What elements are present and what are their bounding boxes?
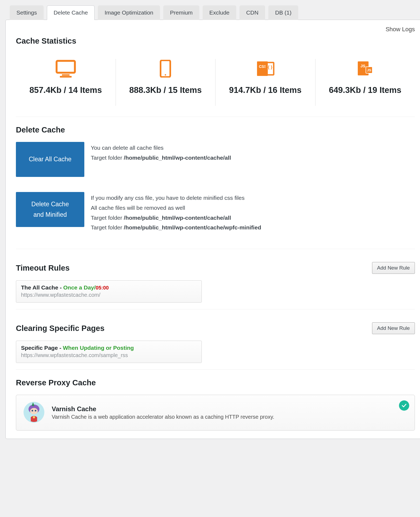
varnish-desc: Varnish Cache is a web application accel… — [52, 414, 274, 420]
clear-all-target-label: Target folder — [91, 155, 124, 161]
add-timeout-rule-button[interactable]: Add New Rule — [372, 262, 415, 274]
varnish-cache-item[interactable]: Varnish Cache Varnish Cache is a web app… — [16, 395, 415, 431]
check-icon — [399, 400, 409, 411]
clear-all-target-path: /home/public_html/wp-content/cache/all — [124, 155, 231, 161]
delete-minified-desc: If you modify any css file, you have to … — [91, 192, 261, 233]
desktop-icon — [20, 59, 111, 78]
tab-image-optimization[interactable]: Image Optimization — [98, 5, 160, 20]
delete-minified-line2: All cache files will be removed as well — [91, 203, 261, 213]
delete-minified-target-label-1: Target folder — [91, 215, 124, 221]
clearing-rule-frequency: When Updating or Posting — [63, 345, 134, 351]
stat-css: CSS { } 914.7Kb / 16 Items — [216, 59, 315, 106]
delete-minified-label-1: Delete Cache — [31, 199, 69, 209]
tab-settings[interactable]: Settings — [10, 5, 44, 20]
clearing-rule-item[interactable]: Specific Page - When Updating or Posting… — [16, 341, 202, 363]
svg-text:{ }: { } — [268, 65, 272, 69]
mobile-icon — [120, 59, 211, 78]
tab-cdn[interactable]: CDN — [239, 5, 265, 20]
stat-mobile-value: 888.3Kb / 15 Items — [120, 85, 211, 95]
svg-rect-2 — [60, 76, 72, 78]
svg-point-16 — [32, 410, 33, 411]
svg-point-15 — [30, 408, 38, 414]
svg-point-17 — [35, 410, 36, 411]
delete-minified-label-2: and Minified — [33, 209, 67, 220]
clear-all-cache-label: Clear All Cache — [29, 154, 72, 165]
tab-exclude[interactable]: Exclude — [203, 5, 236, 20]
clear-all-cache-button[interactable]: Clear All Cache — [16, 142, 84, 177]
stat-desktop: 857.4Kb / 14 Items — [16, 59, 116, 106]
varnish-name: Varnish Cache — [52, 405, 274, 413]
clearing-rule-name: Specific Page - — [21, 345, 63, 351]
delete-minified-target-path-2: /home/public_html/wp-content/cache/wpfc-… — [124, 224, 261, 230]
tab-panel: Show Logs Cache Statistics 857.4Kb / 14 … — [5, 20, 420, 439]
delete-minified-target-path-1: /home/public_html/wp-content/cache/all — [124, 215, 231, 221]
svg-text:CSS: CSS — [259, 64, 267, 69]
timeout-rule-frequency: Once a Day — [63, 284, 94, 291]
tab-delete-cache[interactable]: Delete Cache — [47, 5, 95, 20]
clear-all-desc: You can delete all cache files Target fo… — [91, 142, 231, 163]
delete-cache-minified-button[interactable]: Delete Cache and Minified — [16, 192, 84, 227]
css-icon: CSS { } — [220, 59, 311, 78]
stat-css-value: 914.7Kb / 16 Items — [220, 85, 311, 95]
section-timeout-rules: Timeout Rules — [16, 264, 70, 273]
stat-mobile: 888.3Kb / 15 Items — [116, 59, 216, 106]
add-clearing-rule-button[interactable]: Add New Rule — [372, 322, 415, 334]
clearing-rule-url: https://www.wpfastestcache.com/sample_rs… — [21, 352, 197, 358]
timeout-rule-url: https://www.wpfastestcache.com/ — [21, 292, 197, 298]
js-icon: JS JS — [320, 59, 411, 78]
svg-text:JS: JS — [360, 64, 365, 68]
tab-db[interactable]: DB (1) — [268, 5, 298, 20]
delete-minified-line1: If you modify any css file, you have to … — [91, 193, 261, 203]
varnish-mascot-icon — [23, 401, 45, 424]
section-cache-statistics: Cache Statistics — [16, 37, 415, 46]
svg-point-4 — [165, 74, 166, 76]
timeout-rule-name: The All Cache - — [21, 284, 63, 291]
timeout-rule-item[interactable]: The All Cache - Once a Day/05:00 https:/… — [16, 280, 202, 303]
section-reverse-proxy: Reverse Proxy Cache — [16, 378, 415, 387]
svg-rect-0 — [57, 61, 75, 73]
stat-js-value: 649.3Kb / 19 Items — [320, 85, 411, 95]
svg-text:JS: JS — [367, 68, 371, 72]
show-logs-link[interactable]: Show Logs — [386, 26, 415, 33]
timeout-rule-time: 05:00 — [96, 285, 109, 291]
tab-premium[interactable]: Premium — [163, 5, 199, 20]
svg-rect-1 — [62, 74, 70, 76]
delete-minified-target-label-2: Target folder — [91, 224, 124, 230]
stat-js: JS JS 649.3Kb / 19 Items — [315, 59, 415, 106]
section-delete-cache: Delete Cache — [16, 125, 415, 134]
stat-desktop-value: 857.4Kb / 14 Items — [20, 85, 111, 95]
svg-point-18 — [33, 416, 35, 418]
section-clearing-pages: Clearing Specific Pages — [16, 324, 105, 333]
clear-all-line1: You can delete all cache files — [91, 143, 231, 153]
